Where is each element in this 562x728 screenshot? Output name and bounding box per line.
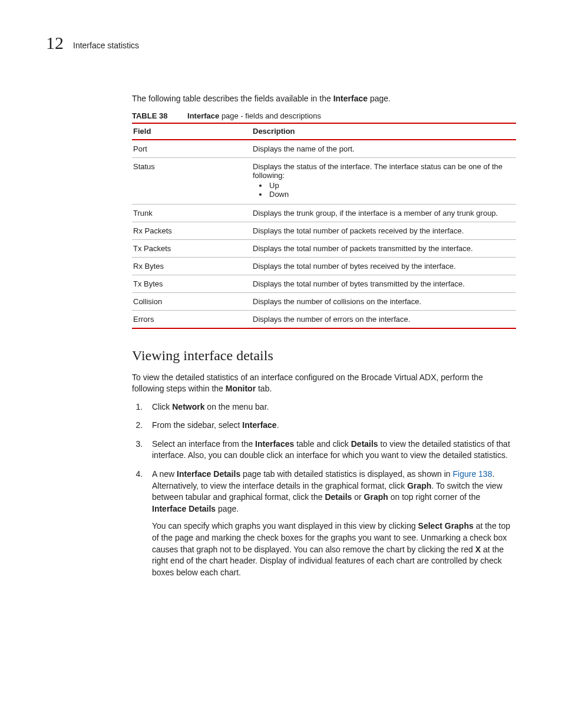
section-intro-text: To view the detailed statistics of an in… bbox=[132, 373, 483, 393]
table-row: Tx Bytes Displays the total number of by… bbox=[132, 275, 516, 292]
step-item: Click Network on the menu bar. bbox=[145, 401, 516, 413]
section-intro: To view the detailed statistics of an in… bbox=[132, 372, 516, 394]
step-bold: Network bbox=[172, 402, 204, 411]
cell-desc: Displays the trunk group, if the interfa… bbox=[252, 204, 516, 222]
cell-desc: Displays the total number of bytes trans… bbox=[252, 275, 516, 292]
step-item: Select an interface from the Interfaces … bbox=[145, 439, 516, 462]
cell-desc: Displays the status of the interface. Th… bbox=[252, 157, 516, 204]
step-bold: Graph bbox=[364, 492, 388, 502]
section-intro-bold: Monitor bbox=[226, 384, 256, 393]
step-bold: Interface bbox=[242, 420, 276, 430]
step-text: From the sidebar, select bbox=[152, 420, 242, 430]
cell-field: Collision bbox=[132, 292, 252, 310]
step-text: on top right corner of the bbox=[388, 492, 480, 502]
cell-desc: Displays the number of collisions on the… bbox=[252, 292, 516, 310]
step-bold: Graph bbox=[407, 481, 431, 490]
step-bold: Select Graphs bbox=[418, 521, 474, 531]
status-bullet: Up bbox=[268, 181, 513, 190]
step-text: You can specify which graphs you want di… bbox=[152, 521, 418, 531]
table-row: Status Displays the status of the interf… bbox=[132, 157, 516, 204]
cell-desc: Displays the total number of packets tra… bbox=[252, 239, 516, 257]
cell-field: Rx Bytes bbox=[132, 257, 252, 275]
cell-desc: Displays the number of errors on the int… bbox=[252, 310, 516, 328]
step-bold: Details bbox=[351, 439, 378, 449]
step-text: Select an interface from the bbox=[152, 439, 255, 449]
step-text: table and click bbox=[294, 439, 351, 449]
step-item: From the sidebar, select Interface. bbox=[145, 420, 516, 431]
cell-field: Errors bbox=[132, 310, 252, 328]
intro-bold: Interface bbox=[333, 94, 368, 103]
step-bold: Interface Details bbox=[152, 504, 216, 513]
table-row: Rx Packets Displays the total number of … bbox=[132, 222, 516, 239]
col-header-description: Description bbox=[252, 123, 516, 140]
step-text: . bbox=[277, 420, 279, 430]
table-caption-rest: page - fields and descriptions bbox=[219, 111, 321, 120]
step-text: A new bbox=[152, 469, 177, 479]
fields-table: Field Description Port Displays the name… bbox=[132, 123, 516, 329]
cell-desc: Displays the name of the port. bbox=[252, 140, 516, 158]
status-text: Displays the status of the interface. Th… bbox=[253, 162, 503, 180]
step-bold: X bbox=[475, 545, 481, 554]
col-header-field: Field bbox=[132, 123, 252, 140]
table-row: Trunk Displays the trunk group, if the i… bbox=[132, 204, 516, 222]
step-bold: Interface Details bbox=[177, 469, 240, 479]
step-paragraph: You can specify which graphs you want di… bbox=[152, 521, 516, 578]
table-row: Port Displays the name of the port. bbox=[132, 140, 516, 158]
steps-list: Click Network on the menu bar. From the … bbox=[132, 401, 516, 579]
step-item: A new Interface Details page tab with de… bbox=[145, 469, 516, 578]
section-intro-rest: tab. bbox=[256, 384, 272, 393]
cell-field: Status bbox=[132, 157, 252, 204]
cell-field: Rx Packets bbox=[132, 222, 252, 239]
cell-field: Tx Bytes bbox=[132, 275, 252, 292]
cell-field: Tx Packets bbox=[132, 239, 252, 257]
cell-field: Trunk bbox=[132, 204, 252, 222]
intro-suffix: page. bbox=[368, 94, 391, 103]
step-text: on the menu bar. bbox=[204, 402, 269, 411]
cell-desc: Displays the total number of packets rec… bbox=[252, 222, 516, 239]
cell-field: Port bbox=[132, 140, 252, 158]
table-caption: TABLE 38 Interface page - fields and des… bbox=[132, 111, 516, 120]
chapter-title: Interface statistics bbox=[73, 41, 139, 50]
table-caption-bold: Interface bbox=[187, 111, 219, 120]
figure-link[interactable]: Figure 138 bbox=[453, 469, 492, 479]
step-bold: Interfaces bbox=[255, 439, 294, 449]
cell-desc: Displays the total number of bytes recei… bbox=[252, 257, 516, 275]
running-header: 12 Interface statistics bbox=[46, 34, 516, 52]
table-row: Rx Bytes Displays the total number of by… bbox=[132, 257, 516, 275]
table-label: TABLE 38 bbox=[132, 111, 167, 120]
step-bold: Details bbox=[325, 492, 352, 502]
step-text: page tab with detailed statistics is dis… bbox=[240, 469, 452, 479]
table-row: Collision Displays the number of collisi… bbox=[132, 292, 516, 310]
table-row: Tx Packets Displays the total number of … bbox=[132, 239, 516, 257]
intro-paragraph: The following table describes the fields… bbox=[132, 93, 516, 104]
step-text: or bbox=[352, 492, 363, 502]
chapter-number: 12 bbox=[46, 34, 64, 52]
status-bullet: Down bbox=[268, 190, 513, 199]
table-row: Errors Displays the number of errors on … bbox=[132, 310, 516, 328]
step-text: Click bbox=[152, 402, 172, 411]
step-text: page. bbox=[216, 504, 239, 513]
section-heading: Viewing interface details bbox=[132, 348, 516, 364]
intro-text: The following table describes the fields… bbox=[132, 94, 333, 103]
